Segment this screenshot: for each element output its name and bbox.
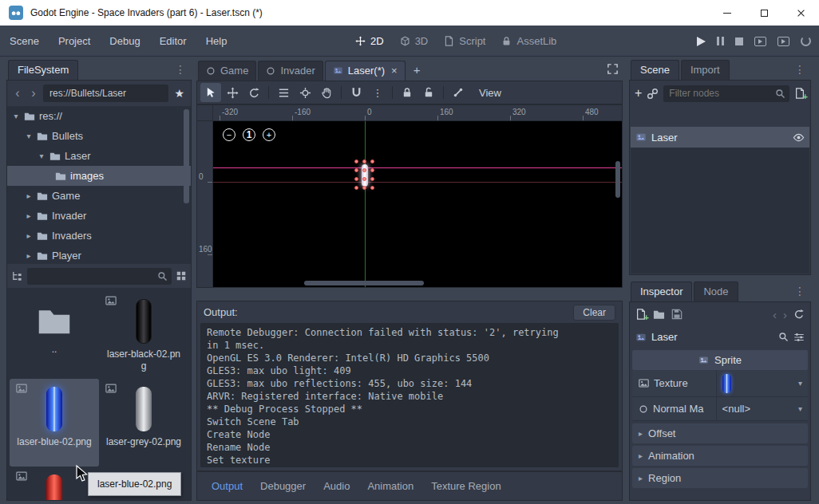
horizontal-scrollbar[interactable] [304,281,424,285]
canvas[interactable]: − 1 + [213,121,622,287]
bottom-tab-texture-region[interactable]: Texture Region [423,476,508,496]
select-tool[interactable] [200,83,221,102]
unlock-object-button[interactable] [418,83,439,102]
stop-button[interactable] [735,37,743,45]
split-mode-icon[interactable] [11,270,23,282]
scene-tab-laser[interactable]: Laser(*) × [325,61,406,81]
scene-tab-game[interactable]: Game [198,61,256,81]
zoom-in-button[interactable]: + [263,128,275,141]
selection-handle[interactable] [354,168,358,172]
selection-handle[interactable] [354,159,358,163]
tab-scene[interactable]: Scene [631,60,679,80]
menu-debug[interactable]: Debug [100,31,149,51]
bottom-tab-animation[interactable]: Animation [359,476,421,496]
dock-menu-icon[interactable]: ⋮ [789,285,811,301]
display-mode-icon[interactable] [176,270,187,282]
menu-help[interactable]: Help [196,31,237,51]
current-path[interactable]: res://Bullets/Laser [43,85,168,102]
load-resource-icon[interactable] [653,309,665,321]
tree-row-player[interactable]: ▸ Player [7,246,191,264]
selection-handle[interactable] [370,186,374,190]
tree-row-laser[interactable]: ▾ Laser [7,146,191,166]
history-forward-icon[interactable]: › [783,308,787,321]
workspace-script[interactable]: Script [438,32,491,50]
vertical-scrollbar[interactable] [615,161,620,198]
bottom-tab-debugger[interactable]: Debugger [252,476,314,496]
selection-handle[interactable] [370,168,374,172]
chevron-down-icon[interactable]: ▾ [38,152,46,160]
tree-scrollbar[interactable] [184,109,189,203]
snap-toggle[interactable] [346,83,366,102]
selection-handle[interactable] [354,177,358,181]
tree-row-bullets[interactable]: ▾ Bullets [7,126,191,146]
group-offset[interactable]: ▸ Offset [632,423,808,443]
chevron-right-icon[interactable]: ▸ [25,191,33,200]
nav-back-icon[interactable]: ‹ [11,86,24,100]
chevron-down-icon[interactable]: ▾ [12,112,20,120]
bottom-tab-audio[interactable]: Audio [315,476,358,496]
selection-handle[interactable] [362,168,366,172]
workspace-3d[interactable]: 3D [394,32,434,50]
group-region[interactable]: ▸ Region [632,468,808,488]
tree-row-images[interactable]: images [7,166,191,186]
null-value[interactable]: <null> [722,403,750,415]
pan-tool[interactable] [316,83,337,102]
file-search-input[interactable] [27,268,172,285]
bottom-tab-output[interactable]: Output [204,476,251,496]
zoom-out-button[interactable]: − [223,128,235,141]
selection-handle[interactable] [370,159,374,163]
lock-object-button[interactable] [397,83,417,102]
workspace-2d[interactable]: 2D [350,32,390,50]
attach-script-icon[interactable]: + [794,88,805,99]
list-select-tool[interactable] [273,83,294,102]
selection-handle[interactable] [370,177,374,181]
close-button[interactable] [782,0,819,26]
close-tab-icon[interactable]: × [391,65,398,77]
dropdown-chevron-icon[interactable]: ▾ [798,404,802,413]
chevron-right-icon[interactable]: ▸ [25,251,33,260]
scene-node-laser[interactable]: Laser [631,127,809,148]
workspace-assetlib[interactable]: AssetLib [496,32,562,50]
menu-scene[interactable]: Scene [0,31,49,51]
tree-row-invaders[interactable]: ▸ Invaders [7,226,191,246]
selection-handle[interactable] [362,177,366,181]
tab-import[interactable]: Import [681,60,730,80]
dropdown-chevron-icon[interactable]: ▾ [798,379,802,388]
search-properties-icon[interactable] [778,332,789,342]
chevron-down-icon[interactable]: ▾ [25,132,33,140]
favorite-star-icon[interactable]: ★ [172,87,187,100]
move-tool[interactable] [222,83,243,102]
zoom-reset-button[interactable]: 1 [243,128,255,141]
file-item-laser-blue[interactable]: laser-blue-02.png [10,379,99,467]
add-node-button[interactable]: + [635,86,642,100]
play-scene-button[interactable] [754,37,766,46]
tab-inspector[interactable]: Inspector [631,282,692,301]
tab-node[interactable]: Node [694,282,738,301]
minimize-button[interactable] [709,0,746,26]
history-back-icon[interactable]: ‹ [773,308,777,321]
instance-scene-icon[interactable] [647,88,659,100]
filter-nodes-input[interactable] [663,85,789,102]
view-menu[interactable]: View [479,87,501,99]
group-animation[interactable]: ▸ Animation [632,446,808,466]
chevron-right-icon[interactable]: ▸ [25,211,33,220]
selected-sprite[interactable] [356,161,374,190]
dock-menu-icon[interactable]: ⋮ [169,63,192,80]
tree-row-invader[interactable]: ▸ Invader [7,206,191,226]
selection-handle[interactable] [354,186,358,190]
clear-button[interactable]: Clear [573,305,615,321]
object-tools-icon[interactable] [793,332,805,343]
new-scene-tab-button[interactable]: + [407,61,427,81]
menu-project[interactable]: Project [49,31,100,51]
snap-options-icon[interactable]: ⋮ [367,83,388,102]
file-item-laser-black[interactable]: laser-black-02.png [99,291,188,379]
tab-filesystem[interactable]: FileSystem [8,60,78,80]
texture-thumbnail[interactable] [722,374,731,393]
menu-editor[interactable]: Editor [150,31,196,51]
tree-row-game[interactable]: ▸ Game [7,186,191,206]
maximize-button[interactable] [746,0,782,26]
new-resource-icon[interactable]: + [635,309,647,320]
distraction-free-icon[interactable] [607,63,619,75]
file-item-laser-grey[interactable]: laser-grey-02.png [99,379,188,467]
scene-tab-invader[interactable]: Invader [258,61,322,81]
